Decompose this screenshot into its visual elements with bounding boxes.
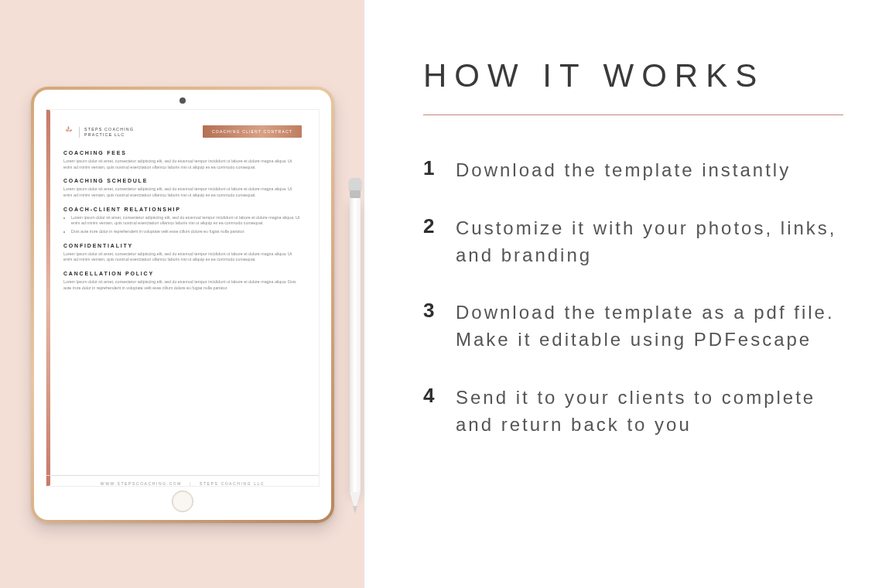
step-item: 1 Download the template instantly	[423, 157, 843, 184]
section-heading: CONFIDENTIALITY	[63, 243, 302, 248]
section-confidentiality: CONFIDENTIALITY Lorem ipsum dolor sit am…	[63, 243, 302, 263]
home-button-icon	[172, 491, 193, 512]
section-heading: COACHING FEES	[63, 150, 302, 156]
section-schedule: COACHING SCHEDULE Lorem ipsum dolor sit …	[63, 178, 302, 198]
title-rule	[423, 115, 843, 115]
step-item: 4 Send it to your clients to complete an…	[423, 385, 843, 439]
footer-url: WWW.STEPSCOACHING.COM	[101, 481, 182, 486]
camera-dot	[179, 97, 186, 104]
brand-line2: PRACTICE LLC	[84, 132, 134, 138]
bullet: Lorem ipsum dolor sit amet, consectetur …	[71, 215, 302, 227]
section-heading: COACHING SCHEDULE	[63, 178, 302, 183]
step-number: 2	[423, 215, 439, 238]
step-number: 1	[423, 157, 439, 179]
header-ribbon: COACHING CLIENT CONTRACT	[203, 125, 302, 138]
footer-divider: |	[190, 481, 192, 486]
step-item: 3 Download the template as a pdf file. M…	[423, 299, 843, 354]
leaf-icon	[63, 125, 74, 139]
section-body: Lorem ipsum dolor sit amet, consectetur …	[63, 159, 302, 170]
step-text: Download the template instantly	[456, 157, 791, 184]
section-relationship: COACH-CLIENT RELATIONSHIP Lorem ipsum do…	[63, 207, 302, 235]
tablet-mockup: STEPS COACHING PRACTICE LLC COACHING CLI…	[31, 87, 334, 523]
section-body: Lorem ipsum dolor sit amet, consectetur …	[63, 186, 302, 198]
step-number: 3	[423, 299, 439, 322]
step-number: 4	[423, 385, 439, 407]
section-heading: COACH-CLIENT RELATIONSHIP	[63, 207, 302, 212]
section-body: Lorem ipsum dolor sit amet, consectetur …	[63, 279, 302, 291]
page-footer: WWW.STEPSCOACHING.COM | STEPS COACHING L…	[46, 475, 319, 486]
brand: STEPS COACHING PRACTICE LLC	[63, 125, 134, 139]
document-page: STEPS COACHING PRACTICE LLC COACHING CLI…	[46, 110, 319, 486]
step-text: Customize it with your photos, links, an…	[456, 215, 843, 269]
page-header: STEPS COACHING PRACTICE LLC COACHING CLI…	[63, 125, 302, 139]
brand-line1: STEPS COACHING	[84, 127, 134, 132]
section-bullets: Lorem ipsum dolor sit amet, consectetur …	[63, 215, 302, 235]
steps-list: 1 Download the template instantly 2 Cust…	[423, 157, 843, 439]
accent-bar	[46, 110, 50, 486]
bullet: Duis aute irure dolor in reprehenderit i…	[71, 229, 302, 235]
stylus-pencil	[347, 178, 364, 529]
footer-company: STEPS COACHING LLC	[200, 481, 265, 486]
section-heading: CANCELLATION POLICY	[63, 271, 302, 276]
step-text: Download the template as a pdf file. Mak…	[456, 299, 843, 354]
right-panel: HOW IT WORKS 1 Download the template ins…	[364, 0, 882, 588]
left-panel: STEPS COACHING PRACTICE LLC COACHING CLI…	[0, 0, 364, 588]
step-item: 2 Customize it with your photos, links, …	[423, 215, 843, 269]
tablet-screen: STEPS COACHING PRACTICE LLC COACHING CLI…	[34, 90, 331, 520]
brand-text: STEPS COACHING PRACTICE LLC	[79, 127, 134, 138]
step-text: Send it to your clients to complete and …	[456, 385, 843, 439]
section-fees: COACHING FEES Lorem ipsum dolor sit amet…	[63, 150, 302, 170]
section-cancellation: CANCELLATION POLICY Lorem ipsum dolor si…	[63, 271, 302, 291]
page-title: HOW IT WORKS	[423, 57, 843, 94]
promo-graphic: STEPS COACHING PRACTICE LLC COACHING CLI…	[0, 0, 882, 588]
section-body: Lorem ipsum dolor sit amet, consectetur …	[63, 251, 302, 263]
